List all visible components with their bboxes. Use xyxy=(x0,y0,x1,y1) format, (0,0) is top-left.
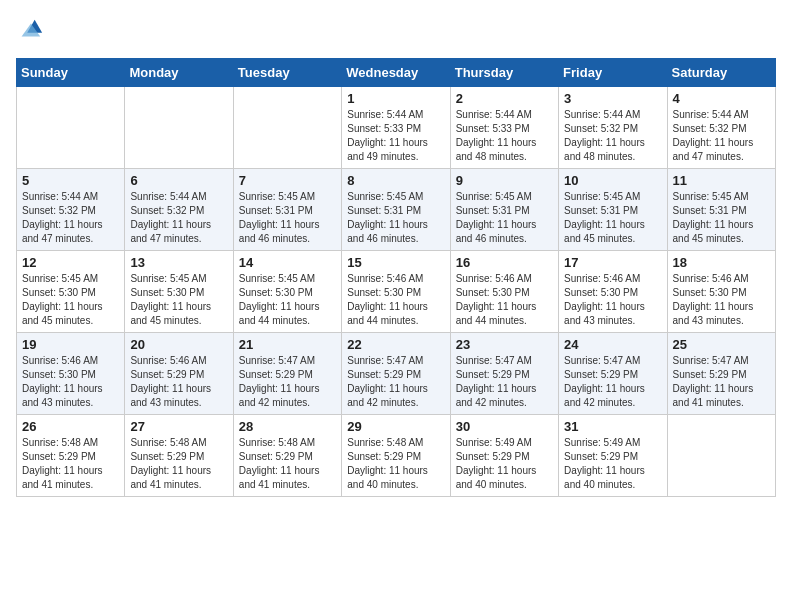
day-info: Sunrise: 5:47 AM Sunset: 5:29 PM Dayligh… xyxy=(239,354,336,410)
day-info: Sunrise: 5:48 AM Sunset: 5:29 PM Dayligh… xyxy=(239,436,336,492)
calendar-cell: 17Sunrise: 5:46 AM Sunset: 5:30 PM Dayli… xyxy=(559,251,667,333)
day-info: Sunrise: 5:45 AM Sunset: 5:30 PM Dayligh… xyxy=(239,272,336,328)
calendar-cell: 29Sunrise: 5:48 AM Sunset: 5:29 PM Dayli… xyxy=(342,415,450,497)
day-number: 6 xyxy=(130,173,227,188)
calendar-cell: 8Sunrise: 5:45 AM Sunset: 5:31 PM Daylig… xyxy=(342,169,450,251)
day-number: 19 xyxy=(22,337,119,352)
day-number: 4 xyxy=(673,91,770,106)
calendar-container: SundayMondayTuesdayWednesdayThursdayFrid… xyxy=(0,0,792,507)
day-number: 3 xyxy=(564,91,661,106)
calendar-cell: 20Sunrise: 5:46 AM Sunset: 5:29 PM Dayli… xyxy=(125,333,233,415)
day-number: 16 xyxy=(456,255,553,270)
calendar-cell xyxy=(125,87,233,169)
day-number: 11 xyxy=(673,173,770,188)
calendar-cell: 25Sunrise: 5:47 AM Sunset: 5:29 PM Dayli… xyxy=(667,333,775,415)
calendar-cell: 3Sunrise: 5:44 AM Sunset: 5:32 PM Daylig… xyxy=(559,87,667,169)
calendar-cell xyxy=(233,87,341,169)
day-info: Sunrise: 5:46 AM Sunset: 5:29 PM Dayligh… xyxy=(130,354,227,410)
day-info: Sunrise: 5:45 AM Sunset: 5:31 PM Dayligh… xyxy=(347,190,444,246)
day-info: Sunrise: 5:45 AM Sunset: 5:31 PM Dayligh… xyxy=(239,190,336,246)
day-number: 21 xyxy=(239,337,336,352)
day-info: Sunrise: 5:44 AM Sunset: 5:33 PM Dayligh… xyxy=(347,108,444,164)
day-number: 7 xyxy=(239,173,336,188)
header xyxy=(16,16,776,44)
day-number: 13 xyxy=(130,255,227,270)
day-number: 28 xyxy=(239,419,336,434)
calendar-cell xyxy=(667,415,775,497)
day-number: 8 xyxy=(347,173,444,188)
day-info: Sunrise: 5:48 AM Sunset: 5:29 PM Dayligh… xyxy=(22,436,119,492)
day-info: Sunrise: 5:47 AM Sunset: 5:29 PM Dayligh… xyxy=(673,354,770,410)
day-number: 9 xyxy=(456,173,553,188)
calendar-week-row: 5Sunrise: 5:44 AM Sunset: 5:32 PM Daylig… xyxy=(17,169,776,251)
day-number: 25 xyxy=(673,337,770,352)
calendar-cell: 31Sunrise: 5:49 AM Sunset: 5:29 PM Dayli… xyxy=(559,415,667,497)
weekday-header-saturday: Saturday xyxy=(667,59,775,87)
day-info: Sunrise: 5:46 AM Sunset: 5:30 PM Dayligh… xyxy=(347,272,444,328)
weekday-header-thursday: Thursday xyxy=(450,59,558,87)
day-number: 24 xyxy=(564,337,661,352)
day-number: 26 xyxy=(22,419,119,434)
day-info: Sunrise: 5:46 AM Sunset: 5:30 PM Dayligh… xyxy=(564,272,661,328)
day-info: Sunrise: 5:46 AM Sunset: 5:30 PM Dayligh… xyxy=(22,354,119,410)
calendar-week-row: 19Sunrise: 5:46 AM Sunset: 5:30 PM Dayli… xyxy=(17,333,776,415)
calendar-cell: 12Sunrise: 5:45 AM Sunset: 5:30 PM Dayli… xyxy=(17,251,125,333)
calendar-week-row: 26Sunrise: 5:48 AM Sunset: 5:29 PM Dayli… xyxy=(17,415,776,497)
day-number: 20 xyxy=(130,337,227,352)
day-number: 22 xyxy=(347,337,444,352)
weekday-header-sunday: Sunday xyxy=(17,59,125,87)
day-info: Sunrise: 5:44 AM Sunset: 5:33 PM Dayligh… xyxy=(456,108,553,164)
calendar-cell: 14Sunrise: 5:45 AM Sunset: 5:30 PM Dayli… xyxy=(233,251,341,333)
day-info: Sunrise: 5:49 AM Sunset: 5:29 PM Dayligh… xyxy=(456,436,553,492)
day-info: Sunrise: 5:47 AM Sunset: 5:29 PM Dayligh… xyxy=(456,354,553,410)
calendar-cell: 6Sunrise: 5:44 AM Sunset: 5:32 PM Daylig… xyxy=(125,169,233,251)
day-info: Sunrise: 5:48 AM Sunset: 5:29 PM Dayligh… xyxy=(347,436,444,492)
calendar-cell: 28Sunrise: 5:48 AM Sunset: 5:29 PM Dayli… xyxy=(233,415,341,497)
weekday-header-friday: Friday xyxy=(559,59,667,87)
day-number: 18 xyxy=(673,255,770,270)
day-info: Sunrise: 5:46 AM Sunset: 5:30 PM Dayligh… xyxy=(673,272,770,328)
calendar-cell: 4Sunrise: 5:44 AM Sunset: 5:32 PM Daylig… xyxy=(667,87,775,169)
calendar-cell: 11Sunrise: 5:45 AM Sunset: 5:31 PM Dayli… xyxy=(667,169,775,251)
calendar-cell: 16Sunrise: 5:46 AM Sunset: 5:30 PM Dayli… xyxy=(450,251,558,333)
calendar-cell: 1Sunrise: 5:44 AM Sunset: 5:33 PM Daylig… xyxy=(342,87,450,169)
logo xyxy=(16,16,48,44)
day-info: Sunrise: 5:45 AM Sunset: 5:30 PM Dayligh… xyxy=(130,272,227,328)
day-number: 14 xyxy=(239,255,336,270)
calendar-cell: 10Sunrise: 5:45 AM Sunset: 5:31 PM Dayli… xyxy=(559,169,667,251)
calendar-cell: 27Sunrise: 5:48 AM Sunset: 5:29 PM Dayli… xyxy=(125,415,233,497)
day-number: 12 xyxy=(22,255,119,270)
calendar-cell: 2Sunrise: 5:44 AM Sunset: 5:33 PM Daylig… xyxy=(450,87,558,169)
day-number: 27 xyxy=(130,419,227,434)
day-number: 10 xyxy=(564,173,661,188)
calendar-cell: 21Sunrise: 5:47 AM Sunset: 5:29 PM Dayli… xyxy=(233,333,341,415)
day-number: 5 xyxy=(22,173,119,188)
calendar-cell: 13Sunrise: 5:45 AM Sunset: 5:30 PM Dayli… xyxy=(125,251,233,333)
weekday-header-wednesday: Wednesday xyxy=(342,59,450,87)
day-info: Sunrise: 5:45 AM Sunset: 5:30 PM Dayligh… xyxy=(22,272,119,328)
weekday-header-tuesday: Tuesday xyxy=(233,59,341,87)
day-info: Sunrise: 5:47 AM Sunset: 5:29 PM Dayligh… xyxy=(564,354,661,410)
day-number: 15 xyxy=(347,255,444,270)
day-info: Sunrise: 5:44 AM Sunset: 5:32 PM Dayligh… xyxy=(673,108,770,164)
calendar-week-row: 1Sunrise: 5:44 AM Sunset: 5:33 PM Daylig… xyxy=(17,87,776,169)
day-info: Sunrise: 5:44 AM Sunset: 5:32 PM Dayligh… xyxy=(564,108,661,164)
calendar-cell: 22Sunrise: 5:47 AM Sunset: 5:29 PM Dayli… xyxy=(342,333,450,415)
day-info: Sunrise: 5:45 AM Sunset: 5:31 PM Dayligh… xyxy=(564,190,661,246)
day-info: Sunrise: 5:48 AM Sunset: 5:29 PM Dayligh… xyxy=(130,436,227,492)
weekday-header-monday: Monday xyxy=(125,59,233,87)
calendar-cell: 30Sunrise: 5:49 AM Sunset: 5:29 PM Dayli… xyxy=(450,415,558,497)
day-info: Sunrise: 5:47 AM Sunset: 5:29 PM Dayligh… xyxy=(347,354,444,410)
day-number: 31 xyxy=(564,419,661,434)
calendar-cell: 7Sunrise: 5:45 AM Sunset: 5:31 PM Daylig… xyxy=(233,169,341,251)
calendar-cell: 24Sunrise: 5:47 AM Sunset: 5:29 PM Dayli… xyxy=(559,333,667,415)
calendar-cell: 9Sunrise: 5:45 AM Sunset: 5:31 PM Daylig… xyxy=(450,169,558,251)
day-number: 1 xyxy=(347,91,444,106)
calendar-cell: 26Sunrise: 5:48 AM Sunset: 5:29 PM Dayli… xyxy=(17,415,125,497)
weekday-header-row: SundayMondayTuesdayWednesdayThursdayFrid… xyxy=(17,59,776,87)
day-number: 23 xyxy=(456,337,553,352)
calendar-cell: 5Sunrise: 5:44 AM Sunset: 5:32 PM Daylig… xyxy=(17,169,125,251)
calendar-cell: 15Sunrise: 5:46 AM Sunset: 5:30 PM Dayli… xyxy=(342,251,450,333)
calendar-table: SundayMondayTuesdayWednesdayThursdayFrid… xyxy=(16,58,776,497)
day-info: Sunrise: 5:45 AM Sunset: 5:31 PM Dayligh… xyxy=(456,190,553,246)
